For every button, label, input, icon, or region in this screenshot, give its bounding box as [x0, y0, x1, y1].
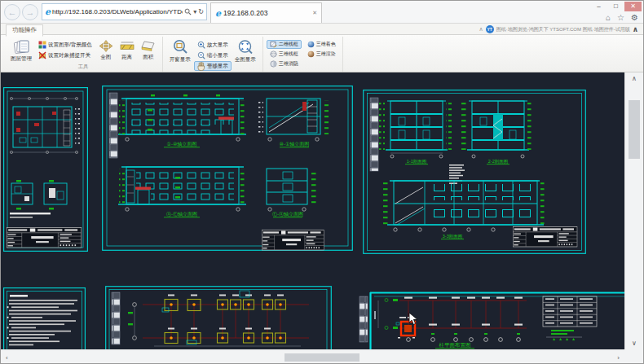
scroll-right-icon[interactable]: ›	[617, 354, 620, 362]
style-3d-hidden-button[interactable]: 三维消隐	[267, 59, 302, 68]
ribbon-group-visual-styles: 二维线框 三维线框	[263, 37, 343, 72]
zoom-in-button[interactable]: 放大显示	[194, 40, 232, 50]
layer-manager-button[interactable]: 图层管理	[7, 37, 35, 61]
ribbon-tab-function[interactable]: 功能操作	[6, 24, 43, 37]
layers-icon	[13, 39, 29, 55]
svg-text:柱平面布置图: 柱平面布置图	[439, 342, 471, 348]
tools-ministack: 设置图形/背景颜色 设置对象捕捉开关	[35, 37, 95, 60]
snap-off-icon	[38, 51, 46, 59]
mouse-cursor	[408, 312, 418, 326]
notification-text: 图纸·地图浏览-鸿图天下 YTSOFT.COM 图纸·地图控件-试用版	[496, 26, 630, 33]
favorites-icon[interactable]: ☆	[617, 12, 624, 23]
horizontal-scroll-thumb[interactable]	[285, 353, 359, 362]
zoom-window-icon	[172, 39, 188, 55]
wireframe-2d-icon	[270, 41, 277, 48]
zoom-out-icon	[197, 51, 205, 59]
group-label-tools: 工具	[4, 64, 162, 71]
ie-logo-icon: e	[45, 7, 51, 16]
back-button[interactable]: ←	[4, 4, 20, 20]
ribbon-body: 图层管理 设置图形/背景颜色	[1, 34, 643, 72]
browser-window: ← → e http://192.168.0.203/DLWeb/Applica…	[0, 0, 644, 364]
svg-text:2-2剖面图: 2-2剖面图	[488, 159, 508, 164]
measure-distance-button[interactable]: 距离	[117, 37, 138, 59]
expand-chevron-icon[interactable]: ∧	[633, 25, 638, 33]
style-3d-wireframe-button[interactable]: 三维线框	[267, 50, 302, 59]
sheet-sections: 1-1剖面图 2-2剖面图	[363, 90, 586, 254]
zoom-all-icon	[237, 39, 254, 55]
svg-text:⑩-①轴立面图: ⑩-①轴立面图	[280, 141, 310, 147]
cad-viewport[interactable]: ①-⑩轴立面图 ⑩-①轴立面图	[1, 72, 643, 364]
browser-command-icons: ⌂ ☆ ⚙	[606, 12, 638, 23]
four-arrows-icon	[99, 39, 113, 53]
product-badge-icon: YT	[486, 25, 494, 33]
scroll-up-icon[interactable]: ∧	[625, 75, 643, 82]
vertical-scrollbar[interactable]: ∧ ∨	[624, 72, 643, 349]
vertical-scroll-thumb[interactable]	[629, 100, 640, 159]
ribbon-toolbar: 功能操作 ∧ YT 图纸·地图浏览-鸿图天下 YTSOFT.COM 图纸·地图控…	[1, 24, 643, 72]
home-icon[interactable]: ⌂	[606, 12, 611, 23]
maximize-button[interactable]: □	[607, 2, 624, 11]
refresh-icon[interactable]: ↻	[198, 8, 204, 16]
group-label-display: 显示	[163, 64, 262, 71]
zoom-extents-button[interactable]: 全图显示	[232, 37, 259, 62]
forward-button[interactable]: →	[22, 4, 38, 20]
ruler-icon	[120, 39, 135, 53]
collapse-chevron-icon[interactable]: ∧	[479, 26, 483, 33]
browser-tab[interactable]: e 192.168.0.203 ✕	[210, 2, 322, 23]
svg-text:Ⓔ-Ⓐ轴立面图: Ⓔ-Ⓐ轴立面图	[272, 211, 303, 217]
style-3d-shaded-button[interactable]: 三维着色	[304, 40, 339, 49]
shaded-sphere-icon	[307, 41, 315, 48]
close-button[interactable]: ✕	[624, 2, 642, 11]
ribbon-group-display: 开窗显示 放大显示	[163, 37, 263, 72]
sheet-plan-left	[3, 87, 88, 252]
sheet-column-plan: 柱平面布置图	[357, 290, 626, 349]
window-zoom-button[interactable]: 开窗显示	[166, 37, 194, 62]
horizontal-scrollbar[interactable]: ‹ ›	[1, 349, 624, 364]
ribbon-group-tools: 图层管理 设置图形/背景颜色	[4, 37, 163, 72]
tab-title: 192.168.0.203	[223, 9, 267, 17]
style-3d-render-button[interactable]: 三维渲染	[304, 50, 339, 59]
address-bar[interactable]: e http://192.168.0.203/DLWeb/Application…	[42, 3, 207, 20]
set-background-color-button[interactable]: 设置图形/背景颜色	[35, 40, 95, 50]
svg-text:①-⑩轴立面图: ①-⑩轴立面图	[167, 141, 197, 147]
svg-text:Ⓐ-Ⓔ轴立面图: Ⓐ-Ⓔ轴立面图	[166, 211, 197, 217]
rendered-sphere-icon	[307, 50, 315, 58]
tab-favicon: e	[215, 9, 221, 18]
measure-area-button[interactable]: 面积	[138, 37, 159, 59]
hidden-line-icon	[270, 60, 277, 68]
window-controls: – □ ✕	[590, 2, 642, 11]
style-2d-wireframe-button[interactable]: 二维线框	[267, 40, 302, 49]
object-snap-toggle-button[interactable]: 设置对象捕捉开关	[35, 50, 95, 60]
full-extent-button[interactable]: 全图	[95, 37, 117, 59]
scroll-left-icon[interactable]: ‹	[6, 354, 8, 362]
sheet-elevations: ①-⑩轴立面图 ⑩-①轴立面图	[102, 86, 353, 251]
web-page: 功能操作 ∧ YT 图纸·地图浏览-鸿图天下 YTSOFT.COM 图纸·地图控…	[1, 24, 643, 364]
zoom-in-icon	[197, 41, 205, 49]
tab-close-icon[interactable]: ✕	[312, 10, 317, 16]
area-polygon-icon	[141, 39, 156, 53]
search-icon[interactable]	[184, 8, 192, 15]
wireframe-3d-icon	[270, 50, 277, 58]
address-dropdown-icon[interactable]: ▾	[193, 8, 196, 16]
tools-gear-icon[interactable]: ⚙	[631, 12, 638, 23]
scrollbar-corner	[624, 349, 643, 364]
browser-chrome: ← → e http://192.168.0.203/DLWeb/Applica…	[1, 1, 643, 24]
url-text[interactable]: http://192.168.0.203/DLWeb/Application/Y…	[52, 8, 183, 15]
zoom-out-button[interactable]: 缩小显示	[194, 50, 232, 60]
svg-text:3-3剖面图: 3-3剖面图	[443, 234, 462, 239]
minimize-button[interactable]: –	[590, 2, 607, 11]
svg-text:1-1剖面图: 1-1剖面图	[407, 159, 426, 164]
sheet-foundation-plan	[105, 286, 332, 349]
notification-bar: ∧ YT 图纸·地图浏览-鸿图天下 YTSOFT.COM 图纸·地图控件-试用版…	[479, 25, 638, 33]
scroll-down-icon[interactable]: ∨	[625, 340, 643, 347]
palette-icon	[38, 41, 46, 49]
sheet-notes	[3, 287, 86, 349]
